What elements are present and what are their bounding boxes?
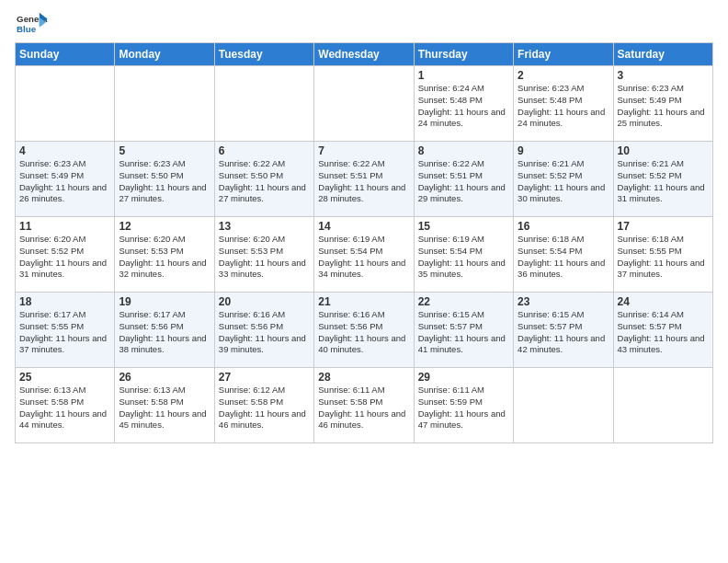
day-number: 29 xyxy=(418,371,509,384)
day-info: Sunrise: 6:20 AM Sunset: 5:53 PM Dayligh… xyxy=(119,234,210,281)
day-info: Sunrise: 6:20 AM Sunset: 5:53 PM Dayligh… xyxy=(219,234,310,281)
day-number: 10 xyxy=(618,144,709,157)
day-header-monday: Monday xyxy=(115,43,214,66)
svg-text:Blue: Blue xyxy=(17,24,37,34)
day-info: Sunrise: 6:23 AM Sunset: 5:49 PM Dayligh… xyxy=(19,158,110,205)
calendar-cell: 25Sunrise: 6:13 AM Sunset: 5:58 PM Dayli… xyxy=(16,368,115,443)
day-number: 19 xyxy=(119,295,210,308)
day-header-tuesday: Tuesday xyxy=(214,43,313,66)
calendar-cell: 20Sunrise: 6:16 AM Sunset: 5:56 PM Dayli… xyxy=(214,293,313,368)
day-info: Sunrise: 6:19 AM Sunset: 5:54 PM Dayligh… xyxy=(418,234,509,281)
day-number: 28 xyxy=(318,371,409,384)
day-info: Sunrise: 6:13 AM Sunset: 5:58 PM Dayligh… xyxy=(119,385,210,431)
calendar-cell: 19Sunrise: 6:17 AM Sunset: 5:56 PM Dayli… xyxy=(115,293,214,368)
calendar-cell: 24Sunrise: 6:14 AM Sunset: 5:57 PM Dayli… xyxy=(613,293,712,368)
calendar-cell: 14Sunrise: 6:19 AM Sunset: 5:54 PM Dayli… xyxy=(314,217,414,293)
calendar-cell: 26Sunrise: 6:13 AM Sunset: 5:58 PM Dayli… xyxy=(115,368,214,443)
day-info: Sunrise: 6:22 AM Sunset: 5:51 PM Dayligh… xyxy=(318,158,409,205)
day-number: 16 xyxy=(518,220,609,233)
day-info: Sunrise: 6:15 AM Sunset: 5:57 PM Dayligh… xyxy=(418,309,509,356)
day-number: 22 xyxy=(418,295,509,308)
day-info: Sunrise: 6:19 AM Sunset: 5:54 PM Dayligh… xyxy=(318,234,409,281)
day-number: 13 xyxy=(219,220,310,233)
day-info: Sunrise: 6:18 AM Sunset: 5:54 PM Dayligh… xyxy=(518,234,609,281)
day-number: 6 xyxy=(219,144,310,157)
calendar-page: General Blue SundayMondayTuesdayWednesda… xyxy=(0,0,728,563)
calendar-cell: 10Sunrise: 6:21 AM Sunset: 5:52 PM Dayli… xyxy=(613,142,712,217)
calendar-cell: 23Sunrise: 6:15 AM Sunset: 5:57 PM Dayli… xyxy=(514,293,613,368)
day-number: 2 xyxy=(518,69,609,82)
day-number: 14 xyxy=(318,220,409,233)
calendar-cell: 9Sunrise: 6:21 AM Sunset: 5:52 PM Daylig… xyxy=(514,142,613,217)
calendar-cell xyxy=(314,66,414,142)
day-number: 8 xyxy=(418,144,509,157)
day-number: 4 xyxy=(19,144,110,157)
day-info: Sunrise: 6:17 AM Sunset: 5:55 PM Dayligh… xyxy=(19,309,110,356)
day-header-friday: Friday xyxy=(514,43,613,66)
calendar-cell xyxy=(16,66,115,142)
day-info: Sunrise: 6:18 AM Sunset: 5:55 PM Dayligh… xyxy=(618,234,709,281)
day-number: 23 xyxy=(518,295,609,308)
calendar-cell xyxy=(115,66,214,142)
calendar-cell: 29Sunrise: 6:11 AM Sunset: 5:59 PM Dayli… xyxy=(414,368,513,443)
day-info: Sunrise: 6:12 AM Sunset: 5:58 PM Dayligh… xyxy=(219,385,310,431)
day-info: Sunrise: 6:23 AM Sunset: 5:50 PM Dayligh… xyxy=(119,158,210,205)
day-number: 18 xyxy=(19,295,110,308)
day-info: Sunrise: 6:21 AM Sunset: 5:52 PM Dayligh… xyxy=(518,158,609,205)
day-info: Sunrise: 6:15 AM Sunset: 5:57 PM Dayligh… xyxy=(518,309,609,356)
week-row-2: 4Sunrise: 6:23 AM Sunset: 5:49 PM Daylig… xyxy=(16,142,713,217)
day-number: 26 xyxy=(119,371,210,384)
day-number: 9 xyxy=(518,144,609,157)
calendar-cell: 27Sunrise: 6:12 AM Sunset: 5:58 PM Dayli… xyxy=(214,368,313,443)
day-header-thursday: Thursday xyxy=(414,43,513,66)
calendar-cell: 15Sunrise: 6:19 AM Sunset: 5:54 PM Dayli… xyxy=(414,217,513,293)
calendar-cell: 13Sunrise: 6:20 AM Sunset: 5:53 PM Dayli… xyxy=(214,217,313,293)
day-number: 7 xyxy=(318,144,409,157)
calendar-cell: 4Sunrise: 6:23 AM Sunset: 5:49 PM Daylig… xyxy=(16,142,115,217)
day-number: 5 xyxy=(119,144,210,157)
day-number: 25 xyxy=(19,371,110,384)
day-info: Sunrise: 6:11 AM Sunset: 5:59 PM Dayligh… xyxy=(418,385,509,431)
day-info: Sunrise: 6:16 AM Sunset: 5:56 PM Dayligh… xyxy=(318,309,409,356)
day-number: 3 xyxy=(618,69,709,82)
day-number: 15 xyxy=(418,220,509,233)
calendar-cell: 12Sunrise: 6:20 AM Sunset: 5:53 PM Dayli… xyxy=(115,217,214,293)
calendar-cell: 21Sunrise: 6:16 AM Sunset: 5:56 PM Dayli… xyxy=(314,293,414,368)
calendar-cell: 17Sunrise: 6:18 AM Sunset: 5:55 PM Dayli… xyxy=(613,217,712,293)
day-number: 24 xyxy=(618,295,709,308)
day-info: Sunrise: 6:16 AM Sunset: 5:56 PM Dayligh… xyxy=(219,309,310,356)
day-info: Sunrise: 6:17 AM Sunset: 5:56 PM Dayligh… xyxy=(119,309,210,356)
week-row-3: 11Sunrise: 6:20 AM Sunset: 5:52 PM Dayli… xyxy=(16,217,713,293)
week-row-5: 25Sunrise: 6:13 AM Sunset: 5:58 PM Dayli… xyxy=(16,368,713,443)
day-number: 20 xyxy=(219,295,310,308)
day-header-wednesday: Wednesday xyxy=(314,43,414,66)
day-info: Sunrise: 6:14 AM Sunset: 5:57 PM Dayligh… xyxy=(618,309,709,356)
header-row: SundayMondayTuesdayWednesdayThursdayFrid… xyxy=(16,43,713,66)
day-info: Sunrise: 6:11 AM Sunset: 5:58 PM Dayligh… xyxy=(318,385,409,431)
day-info: Sunrise: 6:21 AM Sunset: 5:52 PM Dayligh… xyxy=(618,158,709,205)
logo: General Blue xyxy=(15,11,48,39)
day-number: 12 xyxy=(119,220,210,233)
day-info: Sunrise: 6:22 AM Sunset: 5:51 PM Dayligh… xyxy=(418,158,509,205)
day-info: Sunrise: 6:23 AM Sunset: 5:48 PM Dayligh… xyxy=(518,83,609,130)
calendar-cell: 16Sunrise: 6:18 AM Sunset: 5:54 PM Dayli… xyxy=(514,217,613,293)
calendar-cell: 18Sunrise: 6:17 AM Sunset: 5:55 PM Dayli… xyxy=(16,293,115,368)
day-header-sunday: Sunday xyxy=(16,43,115,66)
day-number: 27 xyxy=(219,371,310,384)
calendar-table: SundayMondayTuesdayWednesdayThursdayFrid… xyxy=(15,42,713,443)
header: General Blue xyxy=(15,11,713,39)
day-info: Sunrise: 6:24 AM Sunset: 5:48 PM Dayligh… xyxy=(418,83,509,130)
calendar-cell xyxy=(514,368,613,443)
calendar-cell: 11Sunrise: 6:20 AM Sunset: 5:52 PM Dayli… xyxy=(16,217,115,293)
day-info: Sunrise: 6:20 AM Sunset: 5:52 PM Dayligh… xyxy=(19,234,110,281)
calendar-cell xyxy=(214,66,313,142)
calendar-cell: 8Sunrise: 6:22 AM Sunset: 5:51 PM Daylig… xyxy=(414,142,513,217)
calendar-cell: 2Sunrise: 6:23 AM Sunset: 5:48 PM Daylig… xyxy=(514,66,613,142)
calendar-cell: 3Sunrise: 6:23 AM Sunset: 5:49 PM Daylig… xyxy=(613,66,712,142)
week-row-4: 18Sunrise: 6:17 AM Sunset: 5:55 PM Dayli… xyxy=(16,293,713,368)
day-info: Sunrise: 6:23 AM Sunset: 5:49 PM Dayligh… xyxy=(618,83,709,130)
day-info: Sunrise: 6:22 AM Sunset: 5:50 PM Dayligh… xyxy=(219,158,310,205)
calendar-cell: 22Sunrise: 6:15 AM Sunset: 5:57 PM Dayli… xyxy=(414,293,513,368)
day-header-saturday: Saturday xyxy=(613,43,712,66)
calendar-cell: 5Sunrise: 6:23 AM Sunset: 5:50 PM Daylig… xyxy=(115,142,214,217)
